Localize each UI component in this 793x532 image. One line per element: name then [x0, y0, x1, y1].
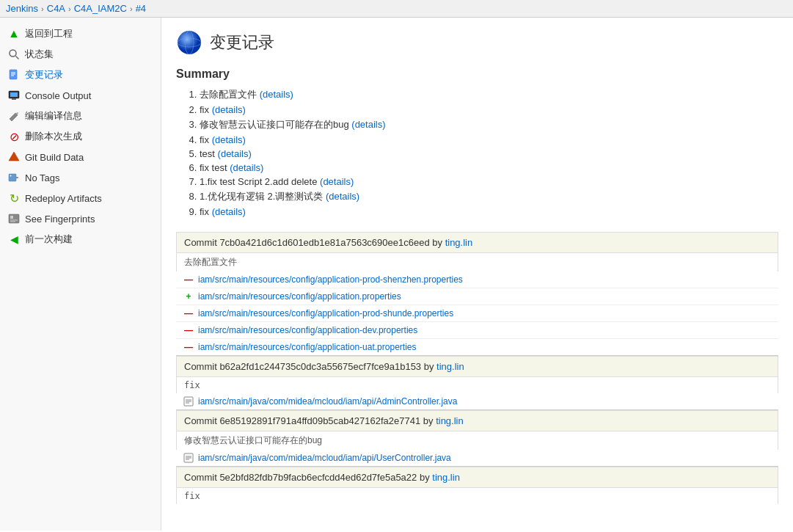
- sidebar-label-git: Git Build Data: [25, 152, 84, 163]
- pencil-icon: [7, 109, 21, 123]
- up-arrow-icon: ▲: [7, 27, 21, 40]
- sidebar-item-console[interactable]: Console Output: [0, 85, 161, 106]
- redeploy-icon: ↻: [7, 192, 21, 205]
- commit-hash-1: 7cb0a421d6c1d601edb1e81a7563c690ee1c6eed: [219, 237, 429, 248]
- commit-message-3: 修改智慧云认证接口可能存在的bug: [176, 431, 778, 450]
- svg-line-1: [16, 57, 19, 59]
- sidebar-label-compile: 编辑编译信息: [25, 109, 82, 123]
- doc-icon: [7, 68, 21, 81]
- commit-author-2[interactable]: ting.lin: [436, 361, 464, 372]
- svg-rect-13: [10, 216, 13, 219]
- file-link[interactable]: iam/src/main/java/com/midea/mcloud/iam/a…: [198, 396, 457, 407]
- commit-message-4: fix: [176, 488, 778, 504]
- list-item: 1.优化现有逻辑 2.调整测试类 (details): [200, 190, 778, 203]
- sidebar-label-redeploy: Redeploy Artifacts: [25, 193, 102, 204]
- page-title-row: 变更记录: [176, 29, 778, 56]
- svg-rect-7: [10, 92, 18, 97]
- file-entry: iam/src/main/java/com/midea/mcloud/iam/a…: [176, 393, 778, 410]
- list-item: 去除配置文件 (details): [200, 88, 778, 101]
- list-item: 修改智慧云认证接口可能存在的bug (details): [200, 118, 778, 131]
- edit-icon: [183, 453, 194, 463]
- list-item: fix test (details): [200, 162, 778, 173]
- svg-point-11: [10, 175, 12, 177]
- sidebar-item-fingerprints[interactable]: See Fingerprints: [0, 208, 161, 229]
- breadcrumb-bar: Jenkins › C4A › C4A_IAM2C › #4: [0, 0, 793, 18]
- sidebar-item-delete[interactable]: ⊘ 删除本次生成: [0, 126, 161, 147]
- summary-heading: Summary: [176, 68, 778, 81]
- list-item: 1.fix test Script 2.add delete (details): [200, 176, 778, 187]
- prev-icon: ◀: [7, 233, 21, 246]
- page-title: 变更记录: [210, 32, 274, 54]
- file-entry: — iam/src/main/resources/config/applicat…: [176, 322, 778, 339]
- sidebar-label-delete: 删除本次生成: [25, 130, 82, 143]
- minus-icon: —: [183, 308, 194, 318]
- sidebar: ▲ 返回到工程 状态集 变更记录: [0, 18, 161, 531]
- file-link[interactable]: iam/src/main/resources/config/applicatio…: [198, 308, 453, 318]
- breadcrumb-c4a-iam2c[interactable]: C4A_IAM2C: [74, 3, 127, 14]
- sidebar-item-changelog[interactable]: 变更记录: [0, 65, 161, 85]
- commit-message-2: fix: [176, 377, 778, 393]
- file-link[interactable]: iam/src/main/resources/config/applicatio…: [198, 342, 416, 352]
- sidebar-item-compile[interactable]: 编辑编译信息: [0, 106, 161, 126]
- list-item: fix (details): [200, 104, 778, 115]
- file-entry: — iam/src/main/resources/config/applicat…: [176, 305, 778, 322]
- details-link-1[interactable]: (details): [260, 89, 293, 100]
- delete-icon: ⊘: [7, 130, 21, 143]
- sidebar-label-back: 返回到工程: [25, 27, 73, 40]
- sidebar-label-status: 状态集: [25, 48, 54, 61]
- file-link[interactable]: iam/src/main/java/com/midea/mcloud/iam/a…: [198, 453, 451, 463]
- minus-icon: —: [183, 325, 194, 335]
- edit-icon: [183, 396, 194, 407]
- sidebar-item-back[interactable]: ▲ 返回到工程: [0, 23, 161, 44]
- minus-icon: —: [183, 342, 194, 352]
- file-link[interactable]: iam/src/main/resources/config/applicatio…: [198, 291, 401, 302]
- page-title-icon: [176, 29, 202, 56]
- commit-block-2: Commit b62a2fd1c244735c0dc3a55675ecf7fce…: [176, 356, 778, 377]
- details-link-8[interactable]: (details): [326, 191, 359, 202]
- list-item: fix (details): [200, 206, 778, 217]
- file-link[interactable]: iam/src/main/resources/config/applicatio…: [198, 274, 463, 285]
- sidebar-label-fingerprints: See Fingerprints: [25, 214, 95, 225]
- details-link-2[interactable]: (details): [212, 104, 246, 115]
- breadcrumb-sep-2: ›: [68, 4, 71, 13]
- details-link-9[interactable]: (details): [212, 206, 246, 217]
- sidebar-label-changelog: 变更记录: [25, 68, 63, 81]
- sidebar-item-status[interactable]: 状态集: [0, 44, 161, 65]
- details-link-4[interactable]: (details): [212, 134, 246, 145]
- svg-point-16: [178, 31, 201, 54]
- content-area: 变更记录 Summary 去除配置文件 (details) fix (detai…: [161, 18, 793, 531]
- details-link-3[interactable]: (details): [351, 119, 385, 130]
- fingerprint-icon: [7, 212, 21, 225]
- details-link-7[interactable]: (details): [320, 176, 354, 187]
- sidebar-item-tags[interactable]: No Tags: [0, 167, 161, 188]
- file-entry: — iam/src/main/resources/config/applicat…: [176, 272, 778, 288]
- commit-hash-4: 5e2bfd82fdb7b9facb6ecfcdd4ed62d7fe5a5a22: [219, 472, 417, 483]
- summary-section: Summary 去除配置文件 (details) fix (details) 修…: [176, 68, 778, 217]
- file-link[interactable]: iam/src/main/resources/config/applicatio…: [198, 325, 417, 335]
- details-link-6[interactable]: (details): [230, 162, 263, 173]
- breadcrumb-c4a[interactable]: C4A: [47, 3, 65, 14]
- summary-list: 去除配置文件 (details) fix (details) 修改智慧云认证接口…: [176, 88, 778, 217]
- file-entry: iam/src/main/java/com/midea/mcloud/iam/a…: [176, 450, 778, 467]
- plus-icon: +: [183, 291, 194, 302]
- commit-block-4: Commit 5e2bfd82fdb7b9facb6ecfcdd4ed62d7f…: [176, 467, 778, 488]
- commit-block-1: Commit 7cb0a421d6c1d601edb1e81a7563c690e…: [176, 232, 778, 253]
- sidebar-label-prev: 前一次构建: [25, 233, 73, 246]
- commit-author-1[interactable]: ting.lin: [445, 237, 473, 248]
- file-entry: — iam/src/main/resources/config/applicat…: [176, 339, 778, 356]
- commit-hash-2: b62a2fd1c244735c0dc3a55675ecf7fce9a1b153: [219, 361, 421, 372]
- commit-author-3[interactable]: ting.lin: [436, 415, 464, 426]
- sidebar-label-console: Console Output: [25, 90, 91, 101]
- list-item: fix (details): [200, 134, 778, 145]
- breadcrumb-sep-3: ›: [130, 4, 133, 13]
- breadcrumb-build-num: #4: [136, 3, 146, 14]
- sidebar-item-git[interactable]: Git Build Data: [0, 147, 161, 167]
- commit-author-4[interactable]: ting.lin: [432, 472, 460, 483]
- svg-point-0: [10, 50, 16, 57]
- details-link-5[interactable]: (details): [218, 148, 252, 159]
- sidebar-item-redeploy[interactable]: ↻ Redeploy Artifacts: [0, 188, 161, 208]
- sidebar-item-prev[interactable]: ◀ 前一次构建: [0, 229, 161, 249]
- monitor-icon: [7, 89, 21, 102]
- breadcrumb-jenkins[interactable]: Jenkins: [6, 3, 38, 14]
- file-entry: + iam/src/main/resources/config/applicat…: [176, 288, 778, 305]
